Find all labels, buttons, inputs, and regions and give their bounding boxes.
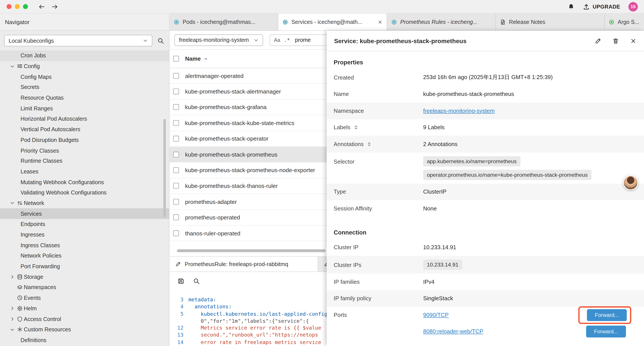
row-checkbox[interactable] bbox=[173, 136, 179, 141]
row-checkbox[interactable] bbox=[173, 89, 179, 94]
sidebar-item-cron-jobs[interactable]: Cron Jobs bbox=[0, 50, 169, 61]
chevron-down-icon[interactable] bbox=[9, 327, 16, 332]
notifications-bell-icon[interactable] bbox=[568, 3, 574, 10]
chevron-down-icon[interactable] bbox=[9, 64, 16, 68]
table-horizontal-scrollbar[interactable] bbox=[177, 249, 326, 252]
sort-asc-icon[interactable] bbox=[204, 56, 208, 61]
window-close-button[interactable] bbox=[6, 4, 12, 9]
app-window: UPGRADE 15 Navigator Pods - icecheng@mat… bbox=[0, 0, 644, 346]
sidebar-item-port-forwarding[interactable]: Port Forwarding bbox=[0, 261, 169, 272]
sidebar-item-custom-resources[interactable]: Custom Resources bbox=[0, 324, 169, 335]
edit-service-icon[interactable] bbox=[595, 37, 601, 44]
sidebar-item-vertical-pod-autoscalers[interactable]: Vertical Pod Autoscalers bbox=[0, 124, 169, 135]
window-zoom-button[interactable] bbox=[23, 4, 28, 9]
namespace-filter[interactable]: freeleaps-monitoring-system bbox=[174, 34, 263, 45]
dock-tab-prometheusrule[interactable]: PrometheusRule: freeleaps-prod-rabbitmq bbox=[170, 257, 318, 271]
close-icon[interactable] bbox=[378, 19, 382, 24]
cluster-icon bbox=[609, 19, 614, 25]
sidebar-item-priority-classes[interactable]: Priority Classes bbox=[0, 145, 169, 156]
row-checkbox[interactable] bbox=[173, 104, 179, 110]
editor-search-icon[interactable] bbox=[193, 278, 200, 285]
sidebar-item-label: Cron Jobs bbox=[20, 52, 46, 59]
user-avatar[interactable] bbox=[623, 175, 638, 190]
regex-toggle[interactable]: .* bbox=[284, 37, 290, 43]
sidebar-item-secrets[interactable]: Secrets bbox=[0, 82, 169, 93]
sidebar-item-mutating-webhook-configurations[interactable]: Mutating Webhook Configurations bbox=[0, 177, 169, 187]
sidebar-item-label: Network Policies bbox=[20, 253, 62, 259]
sidebar-item-events[interactable]: Events bbox=[0, 293, 169, 303]
row-checkbox[interactable] bbox=[173, 183, 179, 189]
select-all-checkbox[interactable] bbox=[173, 56, 179, 61]
row-checkbox[interactable] bbox=[173, 167, 179, 173]
kubeconfig-row: Local Kubeconfigs bbox=[0, 31, 169, 49]
value-badge: operator.prometheus.io/name=kube-prometh… bbox=[423, 169, 592, 180]
chevron-right-icon[interactable] bbox=[9, 274, 16, 279]
forward-button[interactable]: Forward... bbox=[587, 309, 627, 321]
upgrade-button[interactable]: UPGRADE bbox=[583, 3, 620, 10]
sidebar-item-pod-disruption-budgets[interactable]: Pod Disruption Budgets bbox=[0, 135, 169, 145]
namespace-link[interactable]: freeleaps-monitoring-system bbox=[423, 108, 495, 114]
service-name: alertmanager-operated bbox=[185, 72, 244, 79]
delete-service-icon[interactable] bbox=[612, 37, 619, 44]
sidebar-item-services[interactable]: Services bbox=[0, 209, 169, 219]
chevron-right-icon[interactable] bbox=[9, 317, 16, 322]
sidebar-item-label: Config Maps bbox=[20, 74, 52, 80]
sidebar-item-network-policies[interactable]: Network Policies bbox=[0, 251, 169, 261]
match-case-toggle[interactable]: Aa bbox=[274, 37, 280, 43]
row-checkbox[interactable] bbox=[173, 215, 179, 220]
sidebar-item-access-control[interactable]: Access Control bbox=[0, 314, 169, 324]
port-link[interactable]: 9090/TCP bbox=[423, 312, 449, 318]
row-checkbox[interactable] bbox=[173, 120, 179, 126]
chevron-right-icon[interactable] bbox=[9, 306, 16, 311]
sidebar-item-config[interactable]: Config bbox=[0, 61, 169, 71]
kubeconfig-selector[interactable]: Local Kubeconfigs bbox=[4, 35, 152, 46]
updown-icon[interactable] bbox=[353, 125, 358, 130]
sidebar-item-ingress-classes[interactable]: Ingress Classes bbox=[0, 240, 169, 251]
sidebar-scrollbar[interactable] bbox=[163, 119, 166, 217]
name-column-header[interactable]: Name bbox=[185, 55, 200, 62]
save-icon[interactable] bbox=[177, 278, 184, 285]
tab-argo-s[interactable]: Argo S... bbox=[604, 13, 644, 30]
sidebar-item-endpoints[interactable]: Endpoints bbox=[0, 219, 169, 230]
window-minimize-button[interactable] bbox=[15, 4, 20, 9]
sidebar-item-helm[interactable]: Helm bbox=[0, 303, 169, 314]
close-drawer-icon[interactable] bbox=[630, 37, 636, 44]
sidebar-item-horizontal-pod-autoscalers[interactable]: Horizontal Pod Autoscalers bbox=[0, 114, 169, 124]
detail-label: Cluster IPs bbox=[334, 256, 423, 268]
row-checkbox[interactable] bbox=[173, 73, 179, 79]
row-checkbox[interactable] bbox=[173, 230, 179, 236]
sidebar-item-label: Access Control bbox=[24, 316, 61, 322]
notification-count-badge[interactable]: 15 bbox=[628, 2, 638, 11]
row-checkbox[interactable] bbox=[173, 152, 179, 157]
port-link[interactable]: 8080:reloader-web/TCP bbox=[423, 328, 483, 335]
updown-icon[interactable] bbox=[366, 141, 372, 147]
sidebar-item-resource-quotas[interactable]: Resource Quotas bbox=[0, 93, 169, 103]
sidebar-item-limit-ranges[interactable]: Limit Ranges bbox=[0, 103, 169, 114]
row-checkbox[interactable] bbox=[173, 199, 179, 205]
sidebar-search-icon[interactable] bbox=[157, 37, 164, 44]
sidebar-item-label: Secrets bbox=[20, 84, 40, 90]
sidebar-item-network[interactable]: Network bbox=[0, 198, 169, 209]
sidebar-item-validating-webhook-configurations[interactable]: Validating Webhook Configurations bbox=[0, 187, 169, 198]
drawer-body: PropertiesCreated253d 16h 6m ago (2025年1… bbox=[327, 51, 644, 346]
sidebar-item-leases[interactable]: Leases bbox=[0, 166, 169, 177]
tab-release-notes[interactable]: Release Notes bbox=[496, 13, 604, 30]
search-input[interactable]: prome bbox=[295, 37, 311, 43]
chevron-down-icon[interactable] bbox=[9, 201, 16, 206]
sidebar-item-storage[interactable]: Storage bbox=[0, 272, 169, 282]
tab-pods-icecheng-mathmas[interactable]: Pods - icecheng@mathmas... bbox=[170, 13, 278, 30]
navigator-title: Navigator bbox=[5, 19, 29, 25]
tab-prometheus-rules-icecheng[interactable]: Prometheus Rules - icecheng... bbox=[387, 13, 496, 30]
window-titlebar: UPGRADE 15 bbox=[0, 0, 644, 13]
sidebar-item-config-maps[interactable]: Config Maps bbox=[0, 72, 169, 82]
back-icon[interactable] bbox=[38, 3, 45, 10]
detail-row-session-affinity: Session AffinityNone bbox=[327, 200, 644, 217]
forward-button[interactable]: Forward... bbox=[586, 326, 626, 337]
sidebar-item-namespaces[interactable]: Namespaces bbox=[0, 282, 169, 293]
sidebar-item-runtime-classes[interactable]: Runtime Classes bbox=[0, 156, 169, 166]
forward-icon[interactable] bbox=[51, 3, 58, 10]
sidebar-item-definitions[interactable]: Definitions bbox=[0, 335, 169, 345]
detail-value: 10.233.14.91 bbox=[423, 244, 456, 251]
tab-services-icecheng-math[interactable]: Services - icecheng@math... bbox=[278, 13, 387, 30]
sidebar-item-ingresses[interactable]: Ingresses bbox=[0, 230, 169, 240]
